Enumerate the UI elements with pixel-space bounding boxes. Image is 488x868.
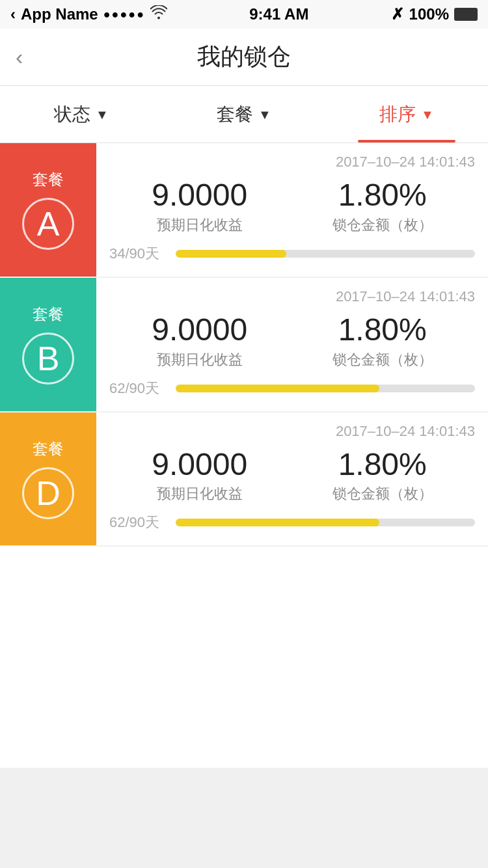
card-right-b: 2017–10–24 14:01:43 9.0000 预期日化收益 1.80% …: [96, 278, 488, 411]
card-progress-text-d: 62/90天: [109, 513, 168, 532]
card-value-block-1-b: 9.0000 预期日化收益: [152, 313, 247, 370]
card-value-block-2-b: 1.80% 锁仓金额（枚）: [332, 313, 433, 370]
card-label1-d: 预期日化收益: [157, 484, 243, 504]
card-left-a: 套餐 A: [0, 143, 96, 277]
filter-sort-arrow: ▼: [421, 107, 434, 122]
filter-package-arrow: ▼: [258, 107, 271, 122]
card-values-d: 9.0000 预期日化收益 1.80% 锁仓金额（枚）: [109, 448, 475, 504]
card-package-label-a: 套餐: [33, 169, 64, 190]
card-left-b: 套餐 B: [0, 278, 96, 411]
empty-space: [0, 547, 488, 768]
app-name: App Name: [21, 5, 98, 23]
card-progress-text-b: 62/90天: [109, 379, 168, 398]
filter-sort[interactable]: 排序 ▼: [325, 86, 488, 142]
card-progress-text-a: 34/90天: [109, 244, 168, 264]
card-value-block-2-d: 1.80% 锁仓金额（枚）: [332, 448, 433, 504]
card-values-b: 9.0000 预期日化收益 1.80% 锁仓金额（枚）: [109, 313, 475, 370]
card-progress-row-b: 62/90天: [109, 379, 475, 398]
battery-icon: [454, 8, 478, 21]
card-package-label-d: 套餐: [33, 439, 64, 459]
page-title: 我的锁仓: [197, 41, 291, 73]
card-item-b[interactable]: 套餐 B 2017–10–24 14:01:43 9.0000 预期日化收益 1…: [0, 278, 488, 411]
card-value1-b: 9.0000: [152, 313, 247, 347]
progress-bar-bg-d: [176, 519, 475, 526]
card-right-d: 2017–10–24 14:01:43 9.0000 预期日化收益 1.80% …: [96, 413, 488, 546]
card-list: 套餐 A 2017–10–24 14:01:43 9.0000 预期日化收益 1…: [0, 143, 488, 545]
card-value2-a: 1.80%: [338, 178, 427, 213]
status-right: ✗ 100%: [391, 5, 478, 23]
battery-percent: 100%: [409, 5, 449, 23]
back-button[interactable]: ‹: [16, 44, 23, 70]
filter-package-label: 套餐: [217, 102, 253, 127]
card-item-a[interactable]: 套餐 A 2017–10–24 14:01:43 9.0000 预期日化收益 1…: [0, 143, 488, 277]
status-time: 9:41 AM: [249, 5, 308, 23]
card-value-block-1-a: 9.0000 预期日化收益: [152, 178, 247, 235]
card-timestamp-a: 2017–10–24 14:01:43: [109, 154, 475, 170]
filter-status-arrow: ▼: [96, 107, 109, 122]
progress-bar-bg-b: [176, 385, 475, 392]
card-letter-circle-b: B: [22, 332, 74, 385]
card-package-label-b: 套餐: [33, 304, 64, 325]
card-label2-d: 锁仓金额（枚）: [332, 484, 433, 504]
filter-package[interactable]: 套餐 ▼: [163, 86, 325, 142]
progress-bar-fill-b: [176, 385, 379, 392]
card-letter-circle-d: D: [22, 467, 74, 519]
status-bar: ‹ App Name ●●●●● 9:41 AM ✗ 100%: [0, 0, 488, 29]
filter-sort-label: 排序: [379, 102, 416, 127]
card-item-d[interactable]: 套餐 D 2017–10–24 14:01:43 9.0000 预期日化收益 1…: [0, 413, 488, 546]
card-timestamp-d: 2017–10–24 14:01:43: [109, 423, 475, 440]
nav-bar: ‹ 我的锁仓: [0, 29, 488, 86]
back-arrow-icon: ‹: [10, 5, 16, 23]
wifi-icon: [150, 5, 167, 23]
card-value1-a: 9.0000: [152, 178, 247, 213]
progress-bar-fill-d: [176, 519, 379, 526]
card-label2-b: 锁仓金额（枚）: [332, 350, 433, 370]
card-label1-a: 预期日化收益: [157, 215, 243, 235]
status-left: ‹ App Name ●●●●●: [10, 5, 167, 23]
card-progress-row-a: 34/90天: [109, 244, 475, 264]
card-value2-d: 1.80%: [338, 448, 427, 482]
card-timestamp-b: 2017–10–24 14:01:43: [109, 288, 475, 305]
filter-bar: 状态 ▼ 套餐 ▼ 排序 ▼: [0, 86, 488, 143]
signal-dots: ●●●●●: [103, 8, 145, 21]
card-values-a: 9.0000 预期日化收益 1.80% 锁仓金额（枚）: [109, 178, 475, 235]
card-label1-b: 预期日化收益: [157, 350, 243, 370]
card-value-block-1-d: 9.0000 预期日化收益: [152, 448, 247, 504]
card-value-block-2-a: 1.80% 锁仓金额（枚）: [332, 178, 433, 235]
progress-bar-fill-a: [176, 250, 286, 258]
bluetooth-icon: ✗: [391, 5, 404, 23]
filter-status[interactable]: 状态 ▼: [0, 86, 163, 142]
card-letter-circle-a: A: [22, 198, 74, 250]
card-value1-d: 9.0000: [152, 448, 247, 482]
card-value2-b: 1.80%: [338, 313, 427, 347]
card-left-d: 套餐 D: [0, 413, 96, 546]
progress-bar-bg-a: [176, 250, 475, 258]
filter-status-label: 状态: [54, 102, 90, 127]
card-right-a: 2017–10–24 14:01:43 9.0000 预期日化收益 1.80% …: [96, 143, 488, 277]
card-label2-a: 锁仓金额（枚）: [332, 215, 433, 235]
card-progress-row-d: 62/90天: [109, 513, 475, 532]
